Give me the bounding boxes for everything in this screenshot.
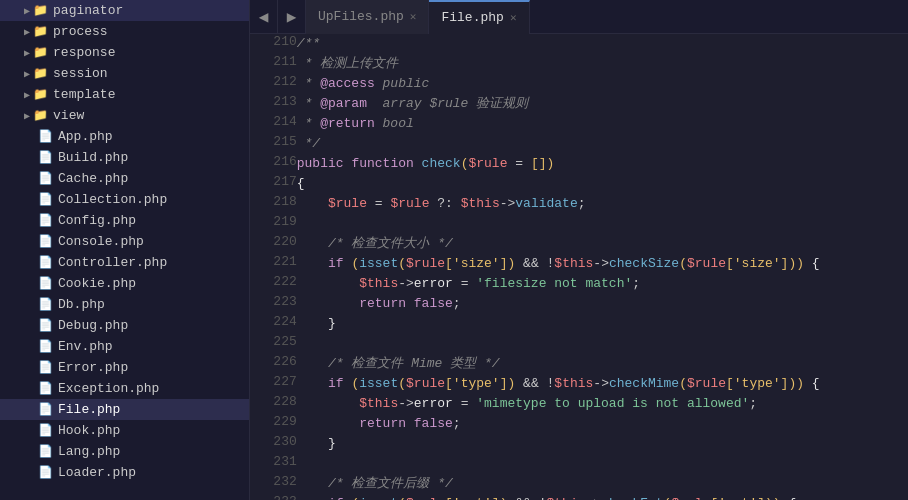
tree-item-Langphp[interactable]: 📄Lang.php	[0, 441, 249, 462]
code-row: 225	[250, 334, 908, 354]
file-tree: ▶📁paginator▶📁process▶📁response▶📁session▶…	[0, 0, 250, 500]
tab-label: UpFiles.php	[318, 9, 404, 24]
tree-item-label: Loader.php	[58, 465, 136, 480]
tree-item-Filephp[interactable]: 📄File.php	[0, 399, 249, 420]
tree-item-view[interactable]: ▶📁view	[0, 105, 249, 126]
line-number: 217	[250, 174, 297, 194]
tree-item-Buildphp[interactable]: 📄Build.php	[0, 147, 249, 168]
file-icon: 📄	[38, 444, 53, 459]
folder-icon: 📁	[33, 66, 48, 81]
code-row: 232 /* 检查文件后缀 */	[250, 474, 908, 494]
folder-icon: 📁	[33, 45, 48, 60]
file-icon: 📄	[38, 381, 53, 396]
folder-icon: 📁	[33, 108, 48, 123]
line-number: 221	[250, 254, 297, 274]
file-icon: 📄	[38, 360, 53, 375]
tree-item-Controllerphp[interactable]: 📄Controller.php	[0, 252, 249, 273]
line-number: 222	[250, 274, 297, 294]
code-row: 227 if (isset($rule['type']) && !$this->…	[250, 374, 908, 394]
tree-item-session[interactable]: ▶📁session	[0, 63, 249, 84]
tree-item-paginator[interactable]: ▶📁paginator	[0, 0, 249, 21]
line-number: 227	[250, 374, 297, 394]
line-number: 212	[250, 74, 297, 94]
tree-item-label: File.php	[58, 402, 120, 417]
code-line: {	[297, 174, 908, 194]
tree-item-label: Build.php	[58, 150, 128, 165]
code-row: 233 if (isset($rule['ext']) && !$this->c…	[250, 494, 908, 500]
tree-item-label: Env.php	[58, 339, 113, 354]
chevron-icon: ▶	[24, 89, 30, 101]
tab-close[interactable]: ✕	[510, 11, 517, 24]
line-number: 230	[250, 434, 297, 454]
file-icon: 📄	[38, 150, 53, 165]
line-number: 233	[250, 494, 297, 500]
tab-bar: ◀ ▶ UpFiles.php ✕ File.php ✕	[250, 0, 908, 34]
tree-item-Hookphp[interactable]: 📄Hook.php	[0, 420, 249, 441]
tab-close[interactable]: ✕	[410, 10, 417, 23]
code-row: 222 $this->error = 'filesize not match';	[250, 274, 908, 294]
chevron-icon: ▶	[24, 5, 30, 17]
file-icon: 📄	[38, 318, 53, 333]
tree-item-Exceptionphp[interactable]: 📄Exception.php	[0, 378, 249, 399]
tree-item-label: process	[53, 24, 108, 39]
tree-item-label: Collection.php	[58, 192, 167, 207]
code-line: $rule = $rule ?: $this->validate;	[297, 194, 908, 214]
line-number: 231	[250, 454, 297, 474]
file-icon: 📄	[38, 192, 53, 207]
tree-item-process[interactable]: ▶📁process	[0, 21, 249, 42]
line-number: 224	[250, 314, 297, 334]
code-row: 213 * @param array $rule 验证规则	[250, 94, 908, 114]
tree-item-Consolephp[interactable]: 📄Console.php	[0, 231, 249, 252]
tab-Filephp[interactable]: File.php ✕	[429, 0, 529, 34]
tree-item-label: view	[53, 108, 84, 123]
tree-item-Cachephp[interactable]: 📄Cache.php	[0, 168, 249, 189]
tab-label: File.php	[441, 10, 503, 25]
file-icon: 📄	[38, 276, 53, 291]
line-number: 228	[250, 394, 297, 414]
file-icon: 📄	[38, 402, 53, 417]
line-number: 211	[250, 54, 297, 74]
file-icon: 📄	[38, 213, 53, 228]
line-number: 218	[250, 194, 297, 214]
tree-item-response[interactable]: ▶📁response	[0, 42, 249, 63]
code-line: $this->error = 'filesize not match';	[297, 274, 908, 294]
code-row: 216 public function check($rule = [])	[250, 154, 908, 174]
file-icon: 📄	[38, 255, 53, 270]
tree-item-Configphp[interactable]: 📄Config.php	[0, 210, 249, 231]
code-line: * @param array $rule 验证规则	[297, 94, 908, 114]
line-number: 220	[250, 234, 297, 254]
tree-item-Envphp[interactable]: 📄Env.php	[0, 336, 249, 357]
line-number: 210	[250, 34, 297, 54]
tree-item-Collectionphp[interactable]: 📄Collection.php	[0, 189, 249, 210]
code-line: * @access public	[297, 74, 908, 94]
code-line	[297, 214, 908, 234]
code-line: }	[297, 434, 908, 454]
code-table: 210 /** 211 * 检测上传文件 212 * @access publi…	[250, 34, 908, 500]
code-editor[interactable]: 210 /** 211 * 检测上传文件 212 * @access publi…	[250, 34, 908, 500]
tree-item-Debugphp[interactable]: 📄Debug.php	[0, 315, 249, 336]
line-number: 223	[250, 294, 297, 314]
line-number: 213	[250, 94, 297, 114]
code-row: 221 if (isset($rule['size']) && !$this->…	[250, 254, 908, 274]
tree-item-Cookiephp[interactable]: 📄Cookie.php	[0, 273, 249, 294]
line-number: 216	[250, 154, 297, 174]
folder-icon: 📁	[33, 24, 48, 39]
folder-icon: 📁	[33, 3, 48, 18]
line-number: 229	[250, 414, 297, 434]
file-icon: 📄	[38, 339, 53, 354]
tree-item-label: Db.php	[58, 297, 105, 312]
nav-back[interactable]: ◀	[250, 0, 278, 34]
tree-item-Errorphp[interactable]: 📄Error.php	[0, 357, 249, 378]
tree-item-Appphp[interactable]: 📄App.php	[0, 126, 249, 147]
tab-UpFilesphp[interactable]: UpFiles.php ✕	[306, 0, 429, 34]
line-number: 215	[250, 134, 297, 154]
code-row: 228 $this->error = 'mimetype to upload i…	[250, 394, 908, 414]
tree-item-Dbphp[interactable]: 📄Db.php	[0, 294, 249, 315]
code-line: /* 检查文件大小 */	[297, 234, 908, 254]
line-number: 226	[250, 354, 297, 374]
tree-item-Loaderphp[interactable]: 📄Loader.php	[0, 462, 249, 483]
editor-area: ◀ ▶ UpFiles.php ✕ File.php ✕ 210 /** 211…	[250, 0, 908, 500]
code-line: if (isset($rule['ext']) && !$this->check…	[297, 494, 908, 500]
nav-forward[interactable]: ▶	[278, 0, 306, 34]
tree-item-template[interactable]: ▶📁template	[0, 84, 249, 105]
